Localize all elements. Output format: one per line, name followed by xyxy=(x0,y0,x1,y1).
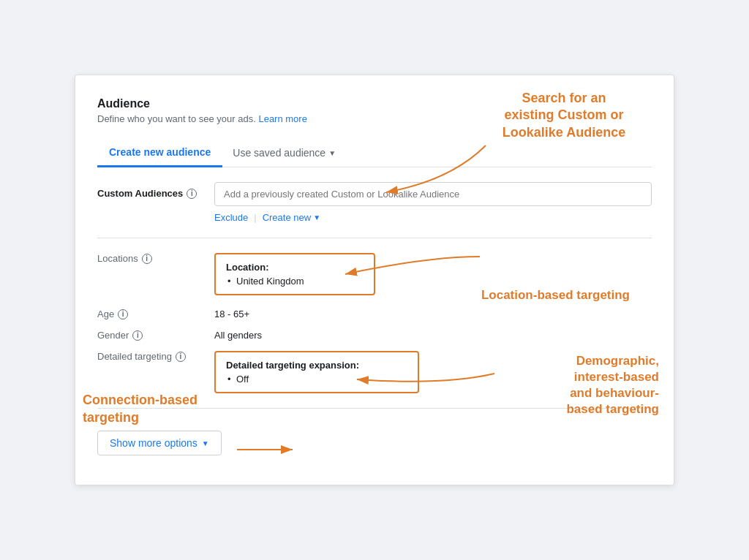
learn-more-link[interactable]: Learn more xyxy=(258,113,306,124)
tabs-row: Create new audience Use saved audience ▼ xyxy=(97,139,652,167)
detailed-targeting-title: Detailed targeting expansion: xyxy=(226,360,407,371)
custom-audiences-label: Custom Audiences i xyxy=(97,182,214,199)
show-more-caret-icon: ▼ xyxy=(202,439,209,447)
gender-info-icon[interactable]: i xyxy=(132,330,143,341)
annotation-connection: Connection-basedtargeting xyxy=(83,392,214,426)
detailed-targeting-value: Off xyxy=(226,374,407,385)
custom-audiences-control: Exclude | Create new ▼ xyxy=(214,182,652,223)
gender-value: All genders xyxy=(214,330,262,341)
main-container: Audience Define who you want to see your… xyxy=(75,75,674,485)
exclude-create-row: Exclude | Create new ▼ xyxy=(214,212,652,223)
detailed-targeting-label: Detailed targeting i xyxy=(97,351,214,362)
create-new-btn[interactable]: Create new ▼ xyxy=(263,212,320,223)
locations-info-icon[interactable]: i xyxy=(142,254,152,264)
pipe-separator: | xyxy=(254,212,256,223)
exclude-link[interactable]: Exclude xyxy=(214,212,248,223)
age-info-icon[interactable]: i xyxy=(118,309,128,319)
saved-caret-icon: ▼ xyxy=(328,149,336,157)
custom-audiences-info-icon[interactable]: i xyxy=(187,189,197,199)
location-title: Location: xyxy=(226,262,364,273)
annotation-location: Location-based targeting xyxy=(481,287,630,303)
tab-use-saved[interactable]: Use saved audience ▼ xyxy=(222,141,346,164)
annotation-search: Search for anexisting Custom orLookalike… xyxy=(469,90,659,141)
age-label: Age i xyxy=(97,309,214,319)
custom-audiences-input[interactable] xyxy=(214,182,652,206)
locations-box: Location: United Kingdom xyxy=(214,253,375,295)
gender-label: Gender i xyxy=(97,330,214,341)
show-more-options-button[interactable]: Show more options ▼ xyxy=(97,431,222,455)
tab-create-new[interactable]: Create new audience xyxy=(97,139,222,167)
annotation-demographic: Demographic,interest-basedand behaviour-… xyxy=(476,353,659,417)
gender-row: Gender i All genders xyxy=(97,330,652,341)
age-row: Age i 18 - 65+ xyxy=(97,309,652,319)
custom-audiences-row: Custom Audiences i Exclude | Create new … xyxy=(97,182,652,223)
divider-1 xyxy=(97,238,652,238)
location-item: United Kingdom xyxy=(226,276,364,287)
locations-label: Locations i xyxy=(97,253,214,264)
detailed-targeting-info-icon[interactable]: i xyxy=(176,352,186,362)
create-new-caret-icon: ▼ xyxy=(313,213,320,222)
detailed-targeting-box: Detailed targeting expansion: Off xyxy=(214,351,419,393)
age-value: 18 - 65+ xyxy=(214,309,249,319)
